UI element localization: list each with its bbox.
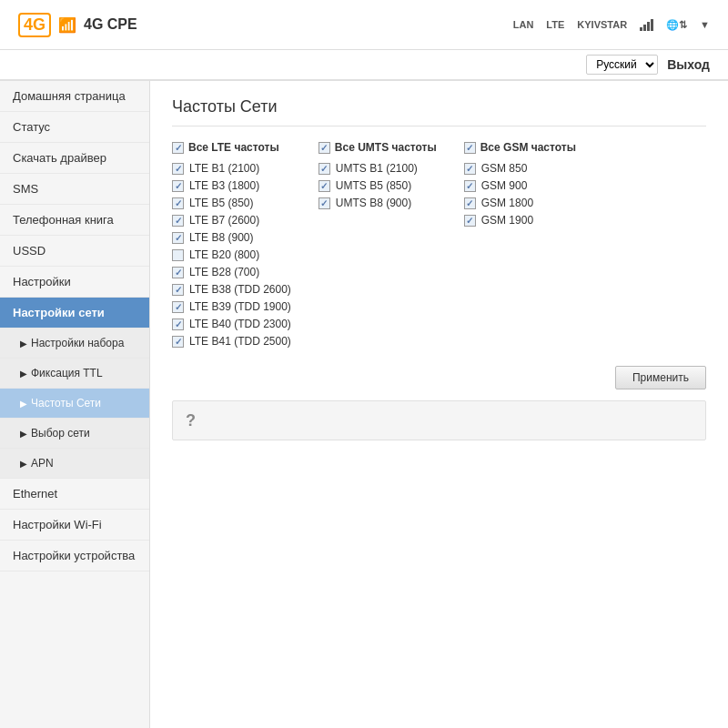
gsm-850-checkbox[interactable] <box>464 163 476 175</box>
umts-b8-checkbox[interactable] <box>318 197 330 209</box>
sidebar-item-download[interactable]: Скачать драйвер <box>0 143 149 174</box>
layout: Домашняя страница Статус Скачать драйвер… <box>0 81 728 728</box>
help-icon: ? <box>186 411 196 430</box>
freq-lte-b41: LTE B41 (TDD 2500) <box>172 335 291 348</box>
lte-b38-checkbox[interactable] <box>172 284 184 296</box>
frequency-grid: Все LTE частоты LTE B1 (2100) LTE B3 (18… <box>172 141 706 348</box>
freq-umts-b8: UMTS B8 (900) <box>318 197 437 209</box>
help-area: ? <box>172 400 706 440</box>
freq-gsm-850: GSM 850 <box>464 162 576 175</box>
freq-lte-b5: LTE B5 (850) <box>172 197 291 209</box>
lte-column-header: Все LTE частоты <box>172 141 291 154</box>
nav-kyivstar[interactable]: KYIVSTAR <box>577 19 627 30</box>
sidebar: Домашняя страница Статус Скачать драйвер… <box>0 81 150 728</box>
header-right: LAN LTE KYIVSTAR 🌐⇅ ▼ <box>513 18 710 31</box>
umts-all-checkbox[interactable] <box>318 142 330 154</box>
gsm-column: Все GSM частоты GSM 850 GSM 900 GSM 1800… <box>464 141 576 348</box>
sidebar-item-wifi[interactable]: Настройки Wi-Fi <box>0 510 149 541</box>
signal-bars-icon <box>640 18 653 31</box>
sidebar-item-sms[interactable]: SMS <box>0 174 149 205</box>
lte-b28-checkbox[interactable] <box>172 267 184 278</box>
freq-lte-b40: LTE B40 (TDD 2300) <box>172 318 291 330</box>
lte-b8-checkbox[interactable] <box>172 232 184 244</box>
freq-gsm-1900: GSM 1900 <box>464 214 576 227</box>
freq-lte-b8: LTE B8 (900) <box>172 231 291 244</box>
wifi-icon: 📶 <box>58 16 76 34</box>
umts-b5-checkbox[interactable] <box>318 180 330 192</box>
gsm-all-checkbox[interactable] <box>464 142 476 154</box>
header: 4G 📶 4G CPE LAN LTE KYIVSTAR 🌐⇅ ▼ <box>0 0 728 50</box>
sidebar-item-network-settings[interactable]: Настройки сети <box>0 298 149 329</box>
freq-lte-b38: LTE B38 (TDD 2600) <box>172 283 291 296</box>
freq-gsm-900: GSM 900 <box>464 179 576 192</box>
lte-all-checkbox[interactable] <box>172 142 184 154</box>
logo-text: 4G CPE <box>84 16 137 33</box>
lte-b5-checkbox[interactable] <box>172 197 184 209</box>
lte-b39-checkbox[interactable] <box>172 301 184 313</box>
freq-umts-b5: UMTS B5 (850) <box>318 179 437 192</box>
arrow-icon: ▶ <box>20 369 27 379</box>
gsm-900-checkbox[interactable] <box>464 180 476 192</box>
sidebar-item-settings[interactable]: Настройки <box>0 267 149 298</box>
sidebar-item-device-settings[interactable]: Настройки устройства <box>0 541 149 571</box>
umts-b1-checkbox[interactable] <box>318 163 330 175</box>
language-select[interactable]: Русский English <box>586 55 658 75</box>
lte-b40-checkbox[interactable] <box>172 318 184 330</box>
signal-wifi-icon: ▼ <box>700 19 710 30</box>
arrow-icon: ▶ <box>20 429 27 439</box>
lte-b3-checkbox[interactable] <box>172 180 184 192</box>
freq-lte-b39: LTE B39 (TDD 1900) <box>172 300 291 313</box>
sidebar-item-dial-settings[interactable]: ▶Настройки набора <box>0 329 149 359</box>
freq-umts-b1: UMTS B1 (2100) <box>318 162 437 175</box>
main-content: Частоты Сети Все LTE частоты LTE B1 (210… <box>150 81 728 728</box>
freq-lte-b20: LTE B20 (800) <box>172 248 291 261</box>
globe-icon: 🌐⇅ <box>666 19 687 31</box>
umts-column: Все UMTS частоты UMTS B1 (2100) UMTS B5 … <box>318 141 437 348</box>
lte-b20-checkbox[interactable] <box>172 249 184 261</box>
umts-column-header: Все UMTS частоты <box>318 141 437 154</box>
logout-button[interactable]: Выход <box>667 57 710 72</box>
freq-lte-b1: LTE B1 (2100) <box>172 162 291 175</box>
nav-lte[interactable]: LTE <box>546 19 564 30</box>
sidebar-item-phonebook[interactable]: Телефонная книга <box>0 205 149 236</box>
arrow-icon: ▶ <box>20 339 27 349</box>
lte-b7-checkbox[interactable] <box>172 215 184 227</box>
freq-gsm-1800: GSM 1800 <box>464 197 576 209</box>
freq-lte-b3: LTE B3 (1800) <box>172 179 291 192</box>
arrow-icon: ▶ <box>20 399 27 409</box>
logo-badge: 4G <box>18 13 51 37</box>
page-title: Частоты Сети <box>172 97 706 126</box>
freq-lte-b7: LTE B7 (2600) <box>172 214 291 227</box>
lte-b41-checkbox[interactable] <box>172 336 184 348</box>
sidebar-item-status[interactable]: Статус <box>0 112 149 143</box>
sub-header: Русский English Выход <box>0 50 728 81</box>
gsm-1800-checkbox[interactable] <box>464 197 476 209</box>
sidebar-item-home[interactable]: Домашняя страница <box>0 81 149 112</box>
sidebar-item-frequencies[interactable]: ▶Частоты Сети <box>0 389 149 419</box>
arrow-icon: ▶ <box>20 459 27 469</box>
lte-column: Все LTE частоты LTE B1 (2100) LTE B3 (18… <box>172 141 291 348</box>
apply-button[interactable]: Применить <box>615 366 706 389</box>
apply-area: Применить <box>172 366 706 389</box>
gsm-1900-checkbox[interactable] <box>464 215 476 227</box>
sidebar-item-network-select[interactable]: ▶Выбор сети <box>0 419 149 449</box>
sidebar-item-ethernet[interactable]: Ethernet <box>0 479 149 510</box>
lte-b1-checkbox[interactable] <box>172 163 184 175</box>
sidebar-item-ussd[interactable]: USSD <box>0 236 149 267</box>
nav-lan[interactable]: LAN <box>513 19 534 30</box>
sidebar-item-apn[interactable]: ▶APN <box>0 449 149 479</box>
freq-lte-b28: LTE B28 (700) <box>172 266 291 278</box>
sidebar-item-ttl[interactable]: ▶Фиксация TTL <box>0 359 149 389</box>
header-left: 4G 📶 4G CPE <box>18 13 137 37</box>
gsm-column-header: Все GSM частоты <box>464 141 576 154</box>
